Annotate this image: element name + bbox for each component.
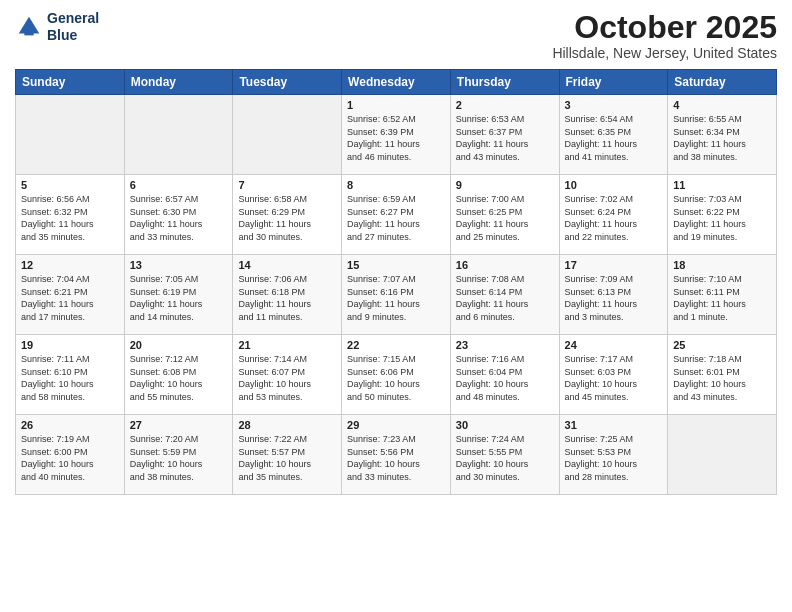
day-info: Sunrise: 7:09 AM Sunset: 6:13 PM Dayligh… — [565, 273, 663, 323]
calendar-cell: 19Sunrise: 7:11 AM Sunset: 6:10 PM Dayli… — [16, 335, 125, 415]
day-info: Sunrise: 7:04 AM Sunset: 6:21 PM Dayligh… — [21, 273, 119, 323]
calendar-cell: 5Sunrise: 6:56 AM Sunset: 6:32 PM Daylig… — [16, 175, 125, 255]
day-info: Sunrise: 7:25 AM Sunset: 5:53 PM Dayligh… — [565, 433, 663, 483]
day-number: 1 — [347, 99, 445, 111]
day-number: 2 — [456, 99, 554, 111]
day-info: Sunrise: 6:56 AM Sunset: 6:32 PM Dayligh… — [21, 193, 119, 243]
day-info: Sunrise: 7:20 AM Sunset: 5:59 PM Dayligh… — [130, 433, 228, 483]
calendar-cell: 25Sunrise: 7:18 AM Sunset: 6:01 PM Dayli… — [668, 335, 777, 415]
day-number: 3 — [565, 99, 663, 111]
calendar-cell: 15Sunrise: 7:07 AM Sunset: 6:16 PM Dayli… — [342, 255, 451, 335]
day-info: Sunrise: 7:14 AM Sunset: 6:07 PM Dayligh… — [238, 353, 336, 403]
logo-icon — [15, 13, 43, 41]
calendar-cell: 13Sunrise: 7:05 AM Sunset: 6:19 PM Dayli… — [124, 255, 233, 335]
day-info: Sunrise: 6:59 AM Sunset: 6:27 PM Dayligh… — [347, 193, 445, 243]
calendar-cell: 24Sunrise: 7:17 AM Sunset: 6:03 PM Dayli… — [559, 335, 668, 415]
weekday-wednesday: Wednesday — [342, 70, 451, 95]
day-info: Sunrise: 7:24 AM Sunset: 5:55 PM Dayligh… — [456, 433, 554, 483]
day-info: Sunrise: 7:12 AM Sunset: 6:08 PM Dayligh… — [130, 353, 228, 403]
day-number: 17 — [565, 259, 663, 271]
day-info: Sunrise: 7:00 AM Sunset: 6:25 PM Dayligh… — [456, 193, 554, 243]
calendar-cell — [16, 95, 125, 175]
day-number: 7 — [238, 179, 336, 191]
calendar-cell: 27Sunrise: 7:20 AM Sunset: 5:59 PM Dayli… — [124, 415, 233, 495]
day-number: 10 — [565, 179, 663, 191]
day-number: 27 — [130, 419, 228, 431]
calendar-cell: 29Sunrise: 7:23 AM Sunset: 5:56 PM Dayli… — [342, 415, 451, 495]
weekday-header-row: SundayMondayTuesdayWednesdayThursdayFrid… — [16, 70, 777, 95]
day-number: 18 — [673, 259, 771, 271]
day-info: Sunrise: 7:18 AM Sunset: 6:01 PM Dayligh… — [673, 353, 771, 403]
day-info: Sunrise: 6:55 AM Sunset: 6:34 PM Dayligh… — [673, 113, 771, 163]
day-info: Sunrise: 7:06 AM Sunset: 6:18 PM Dayligh… — [238, 273, 336, 323]
day-info: Sunrise: 7:03 AM Sunset: 6:22 PM Dayligh… — [673, 193, 771, 243]
week-row-1: 1Sunrise: 6:52 AM Sunset: 6:39 PM Daylig… — [16, 95, 777, 175]
day-info: Sunrise: 6:57 AM Sunset: 6:30 PM Dayligh… — [130, 193, 228, 243]
day-number: 20 — [130, 339, 228, 351]
calendar-body: 1Sunrise: 6:52 AM Sunset: 6:39 PM Daylig… — [16, 95, 777, 495]
day-number: 15 — [347, 259, 445, 271]
calendar-cell: 10Sunrise: 7:02 AM Sunset: 6:24 PM Dayli… — [559, 175, 668, 255]
day-number: 6 — [130, 179, 228, 191]
calendar-cell: 6Sunrise: 6:57 AM Sunset: 6:30 PM Daylig… — [124, 175, 233, 255]
calendar-cell: 23Sunrise: 7:16 AM Sunset: 6:04 PM Dayli… — [450, 335, 559, 415]
title-block: October 2025 Hillsdale, New Jersey, Unit… — [552, 10, 777, 61]
day-info: Sunrise: 7:10 AM Sunset: 6:11 PM Dayligh… — [673, 273, 771, 323]
day-number: 14 — [238, 259, 336, 271]
day-info: Sunrise: 7:22 AM Sunset: 5:57 PM Dayligh… — [238, 433, 336, 483]
day-info: Sunrise: 7:02 AM Sunset: 6:24 PM Dayligh… — [565, 193, 663, 243]
day-number: 12 — [21, 259, 119, 271]
day-number: 11 — [673, 179, 771, 191]
calendar-cell: 4Sunrise: 6:55 AM Sunset: 6:34 PM Daylig… — [668, 95, 777, 175]
calendar-cell — [668, 415, 777, 495]
day-info: Sunrise: 6:54 AM Sunset: 6:35 PM Dayligh… — [565, 113, 663, 163]
calendar-cell: 2Sunrise: 6:53 AM Sunset: 6:37 PM Daylig… — [450, 95, 559, 175]
day-number: 22 — [347, 339, 445, 351]
day-number: 24 — [565, 339, 663, 351]
day-info: Sunrise: 6:53 AM Sunset: 6:37 PM Dayligh… — [456, 113, 554, 163]
day-number: 5 — [21, 179, 119, 191]
weekday-sunday: Sunday — [16, 70, 125, 95]
calendar-cell — [233, 95, 342, 175]
week-row-5: 26Sunrise: 7:19 AM Sunset: 6:00 PM Dayli… — [16, 415, 777, 495]
calendar-cell: 12Sunrise: 7:04 AM Sunset: 6:21 PM Dayli… — [16, 255, 125, 335]
calendar-cell: 3Sunrise: 6:54 AM Sunset: 6:35 PM Daylig… — [559, 95, 668, 175]
calendar-cell: 14Sunrise: 7:06 AM Sunset: 6:18 PM Dayli… — [233, 255, 342, 335]
day-info: Sunrise: 6:52 AM Sunset: 6:39 PM Dayligh… — [347, 113, 445, 163]
week-row-2: 5Sunrise: 6:56 AM Sunset: 6:32 PM Daylig… — [16, 175, 777, 255]
calendar-table: SundayMondayTuesdayWednesdayThursdayFrid… — [15, 69, 777, 495]
day-info: Sunrise: 7:19 AM Sunset: 6:00 PM Dayligh… — [21, 433, 119, 483]
calendar-cell: 11Sunrise: 7:03 AM Sunset: 6:22 PM Dayli… — [668, 175, 777, 255]
day-number: 29 — [347, 419, 445, 431]
calendar-cell: 28Sunrise: 7:22 AM Sunset: 5:57 PM Dayli… — [233, 415, 342, 495]
day-number: 31 — [565, 419, 663, 431]
day-info: Sunrise: 7:16 AM Sunset: 6:04 PM Dayligh… — [456, 353, 554, 403]
day-info: Sunrise: 7:15 AM Sunset: 6:06 PM Dayligh… — [347, 353, 445, 403]
calendar-cell: 31Sunrise: 7:25 AM Sunset: 5:53 PM Dayli… — [559, 415, 668, 495]
weekday-thursday: Thursday — [450, 70, 559, 95]
calendar-cell: 30Sunrise: 7:24 AM Sunset: 5:55 PM Dayli… — [450, 415, 559, 495]
day-number: 28 — [238, 419, 336, 431]
calendar-cell: 16Sunrise: 7:08 AM Sunset: 6:14 PM Dayli… — [450, 255, 559, 335]
weekday-tuesday: Tuesday — [233, 70, 342, 95]
day-info: Sunrise: 7:05 AM Sunset: 6:19 PM Dayligh… — [130, 273, 228, 323]
calendar-cell — [124, 95, 233, 175]
svg-rect-1 — [24, 28, 33, 35]
day-info: Sunrise: 6:58 AM Sunset: 6:29 PM Dayligh… — [238, 193, 336, 243]
calendar-cell: 22Sunrise: 7:15 AM Sunset: 6:06 PM Dayli… — [342, 335, 451, 415]
calendar-cell: 18Sunrise: 7:10 AM Sunset: 6:11 PM Dayli… — [668, 255, 777, 335]
calendar-cell: 21Sunrise: 7:14 AM Sunset: 6:07 PM Dayli… — [233, 335, 342, 415]
calendar-cell: 1Sunrise: 6:52 AM Sunset: 6:39 PM Daylig… — [342, 95, 451, 175]
day-number: 23 — [456, 339, 554, 351]
day-info: Sunrise: 7:11 AM Sunset: 6:10 PM Dayligh… — [21, 353, 119, 403]
day-number: 21 — [238, 339, 336, 351]
calendar-cell: 9Sunrise: 7:00 AM Sunset: 6:25 PM Daylig… — [450, 175, 559, 255]
day-info: Sunrise: 7:17 AM Sunset: 6:03 PM Dayligh… — [565, 353, 663, 403]
weekday-friday: Friday — [559, 70, 668, 95]
calendar-cell: 8Sunrise: 6:59 AM Sunset: 6:27 PM Daylig… — [342, 175, 451, 255]
day-info: Sunrise: 7:07 AM Sunset: 6:16 PM Dayligh… — [347, 273, 445, 323]
week-row-4: 19Sunrise: 7:11 AM Sunset: 6:10 PM Dayli… — [16, 335, 777, 415]
day-info: Sunrise: 7:23 AM Sunset: 5:56 PM Dayligh… — [347, 433, 445, 483]
day-number: 16 — [456, 259, 554, 271]
day-number: 25 — [673, 339, 771, 351]
